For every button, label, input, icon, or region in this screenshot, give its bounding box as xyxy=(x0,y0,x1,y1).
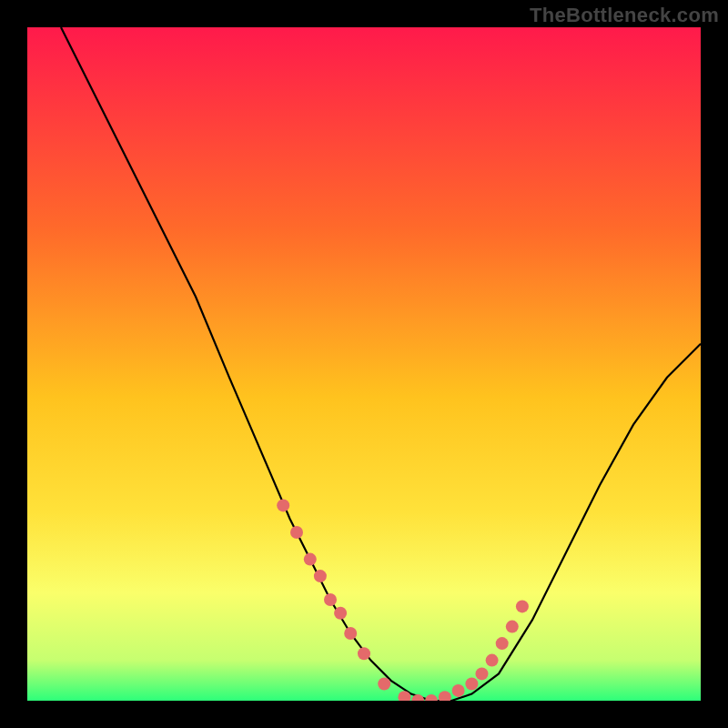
marker-dot xyxy=(277,499,289,511)
marker-dot xyxy=(290,526,303,539)
marker-dot xyxy=(486,654,499,667)
marker-dot xyxy=(516,600,529,612)
gradient-background xyxy=(27,27,701,701)
marker-dot xyxy=(314,570,327,582)
marker-dot xyxy=(358,647,370,660)
chart-svg xyxy=(27,27,701,701)
marker-dot xyxy=(304,553,317,566)
marker-dot xyxy=(496,637,509,650)
marker-dot xyxy=(452,684,465,697)
marker-dot xyxy=(344,627,357,640)
watermark-text: TheBottleneck.com xyxy=(530,4,719,27)
marker-dot xyxy=(324,593,337,606)
marker-dot xyxy=(476,667,489,680)
marker-dot xyxy=(378,678,390,691)
marker-dot xyxy=(334,607,347,620)
marker-dot xyxy=(465,678,478,691)
chart-frame: TheBottleneck.com xyxy=(0,0,728,728)
plot-area xyxy=(27,27,701,701)
marker-dot xyxy=(506,621,519,633)
